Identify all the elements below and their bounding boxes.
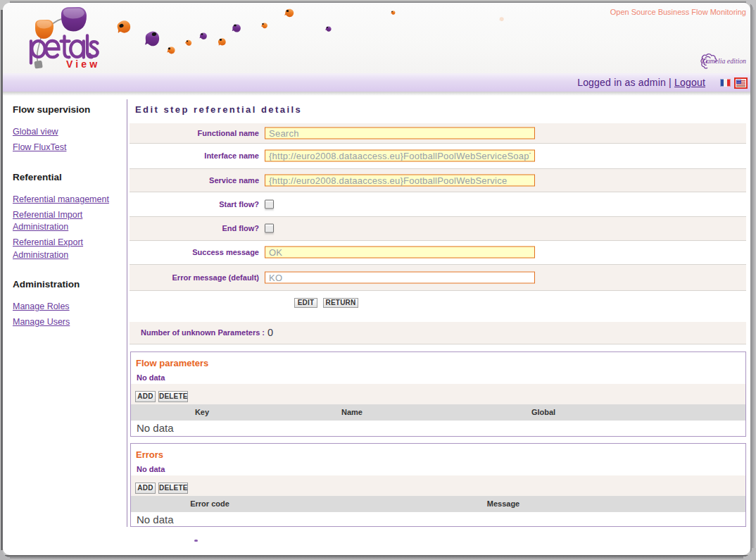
svg-text:View: View: [66, 58, 100, 70]
